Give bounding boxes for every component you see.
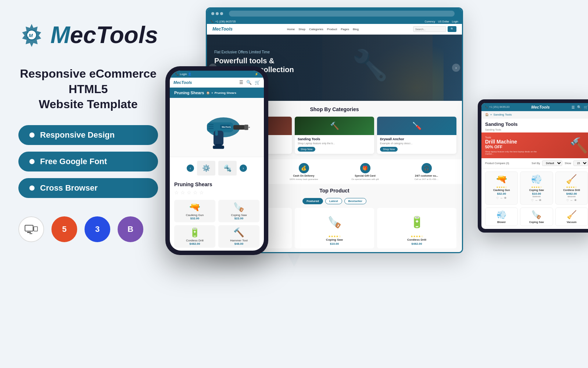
nav-pages[interactable]: Pages [341, 28, 349, 31]
phone-product-stars: ☆ ☆ ☆ ☆ ☆ [170, 188, 264, 197]
product-icon-2: 🔋 [410, 216, 424, 229]
browser-url-bar [229, 11, 455, 17]
tablet-compare-icon[interactable]: ↔ [500, 197, 503, 200]
site-header: MecTools Home Shop Categories Product Pa… [207, 24, 462, 35]
service-cod-sublabel: 100% money back guarantee [289, 178, 318, 180]
service-gift-icon: 🎁 [360, 163, 370, 173]
right-panel: 📞 +1 (156) 8425735 Currency US Dollar Lo… [176, 0, 588, 368]
bottom-prod-3: 🔨 Hammer Tool $48.00 [218, 225, 259, 248]
phone-status-bar: 📞 Login 👤 ⚡ [170, 71, 264, 78]
tablet-prod-price-0: $32.00 [497, 192, 506, 195]
bottom-prod-1: 🪚 Coping Saw $22.00 [218, 200, 259, 222]
product-price-1: $10.00 [330, 242, 339, 245]
tablet-prod-stars-0: ★★★★☆ [496, 186, 507, 189]
tablet-filter-bar: Product Compare (0) Sort By Default Show… [481, 158, 588, 169]
bottom-prod-name-3: Hammer Tool [230, 239, 247, 242]
hero-next-button[interactable]: › [452, 64, 460, 72]
tablet-prod-stars-2: ★★★★☆ [566, 186, 577, 189]
tablet-hamburger-icon[interactable]: ☰ [571, 105, 575, 109]
tablet-hero-label: Tools [485, 136, 540, 139]
tab-latest[interactable]: Latest [325, 198, 342, 204]
svg-rect-4 [27, 232, 31, 233]
tablet-wish-icon[interactable]: ♡ [531, 199, 534, 202]
tablet-hero-text: Tools Drill Machine 50% OFF Shop laptop … [485, 136, 540, 155]
nav-product[interactable]: Product [327, 28, 337, 31]
tablet-view-icon[interactable]: 👁 [539, 199, 542, 202]
tablet-cart-icon[interactable]: 🛒 [584, 105, 588, 109]
tablet-hero-banner: Tools Drill Machine 50% OFF Shop laptop … [481, 132, 588, 158]
html5-label: 5 [62, 224, 67, 234]
search-button[interactable]: 🔍 [448, 26, 456, 32]
phone-status-text: 📞 Login 👤 [175, 72, 191, 76]
product-name-2: Cordless Drill [407, 238, 426, 241]
tablet-bottom-name-1: Coping Saw [529, 221, 544, 223]
star-3: ☆ [187, 190, 191, 195]
category-shop-button[interactable]: Shop Now [380, 147, 398, 152]
tablet-bottom-name-2: Vacuum [567, 221, 577, 223]
product-name-1: Coping Saw [326, 238, 343, 241]
service-cod-label: Cash On Delivery [293, 174, 315, 177]
feature-badge-responsive: Responsive Design [18, 125, 158, 145]
tablet-breadcrumb: 🏠 » Sanding Tools [481, 111, 588, 118]
left-panel: M MecTools Responsive eCommerce HTML5 We… [0, 0, 176, 257]
phone-number: +1 (156) 8425735 [215, 20, 236, 23]
thumbnail-2[interactable]: 🔩 [218, 161, 237, 176]
tablet-compare-icon[interactable]: ↔ [570, 199, 573, 202]
nav-categories[interactable]: Categories [309, 28, 323, 31]
tab-featured[interactable]: Featured [302, 198, 323, 204]
tablet-wish-icon[interactable]: ♡ [566, 199, 569, 202]
feature-label-cross-browser: Cross Browser [40, 183, 98, 193]
bottom-prod-img-2: 🔋 [189, 227, 200, 238]
svg-rect-11 [233, 125, 245, 130]
phone-logo: MecTools [173, 80, 192, 85]
search-input[interactable] [413, 26, 446, 32]
tablet-view-icon[interactable]: 👁 [504, 197, 507, 200]
hero-subtitle: Flat Exclusive Offers Limited Time [214, 50, 294, 54]
tablet-bottom-row: 💨 Blower 🪚 Coping Saw 🧹 Vacuum [481, 208, 588, 229]
tablet-compare-icon[interactable]: ↔ [535, 199, 538, 202]
tablet-sort-label: Sort By [532, 162, 540, 164]
star-5: ☆ [199, 190, 204, 195]
login-label: Login [452, 20, 458, 23]
tablet-show-label: Show [564, 162, 571, 164]
bottom-prod-img-1: 🪚 [233, 202, 244, 212]
tablet-show-select[interactable]: 15 [573, 160, 588, 166]
thumb-next-button[interactable]: › [240, 164, 247, 172]
service-support-icon: 🎧 [422, 163, 432, 173]
phone-cart-icon[interactable]: 🛒 [255, 80, 260, 85]
tablet-prod-action-icons-0: ♡ ↔ 👁 [496, 197, 507, 200]
tablet-wish-icon[interactable]: ♡ [496, 197, 499, 200]
tablet-icons: ☰ 🔍 🛒 [571, 105, 588, 109]
phone-search-icon[interactable]: 🔍 [246, 80, 252, 85]
badge-dot [29, 159, 35, 164]
nav-home[interactable]: Home [287, 28, 295, 31]
bottom-prod-price-3: $48.00 [234, 242, 243, 245]
tablet-bottom-name-0: Blower [497, 221, 506, 223]
browser-dot-yellow [216, 12, 219, 15]
thumbnail-1[interactable]: ⚙️ [197, 161, 215, 176]
tablet-hero-discount: 50% OFF [485, 145, 540, 149]
site-logo: MecTools [212, 26, 233, 32]
tablet-view-icon[interactable]: 👁 [574, 199, 577, 202]
tab-bestseller[interactable]: Bestseller [344, 198, 366, 204]
css3-label: 3 [95, 224, 100, 234]
nav-shop[interactable]: Shop [298, 28, 305, 31]
nav-blog[interactable]: Blog [353, 28, 359, 31]
tablet-prod-img-0: 🔫 [496, 174, 507, 184]
tablet-search-icon[interactable]: 🔍 [577, 105, 581, 109]
badge-dot [29, 132, 35, 138]
currency-label: Currency [425, 20, 435, 23]
feature-label-responsive: Responsive Design [40, 130, 115, 140]
tablet-sort-select[interactable]: Default [542, 160, 562, 166]
logo-gear-icon: M [18, 15, 45, 55]
category-name: Drywall Anchor [380, 137, 453, 141]
category-shop-button[interactable]: Shop Now [298, 147, 315, 152]
thumb-prev-button[interactable]: ‹ [187, 164, 194, 172]
hamburger-icon[interactable]: ☰ [239, 80, 243, 85]
dollar-label: US Dollar [438, 20, 449, 23]
phone-breadcrumb: Pruning Shears 🏠 » Pruning Shears [170, 88, 264, 98]
category-card-drywall: 🪛 Drywall Anchor Example of category des… [377, 117, 456, 154]
tablet-logo: MecTools [531, 105, 550, 109]
tech-icon-responsive [18, 216, 44, 242]
service-cod: 💰 Cash On Delivery 100% money back guara… [274, 163, 334, 180]
